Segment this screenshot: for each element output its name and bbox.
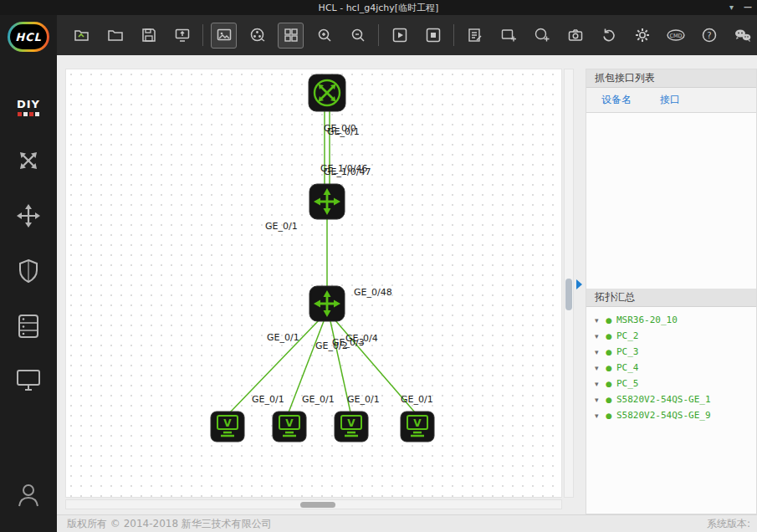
capture-list-body[interactable] [586,113,756,289]
wechat-button[interactable] [729,23,755,49]
hcl-logo: HCL [8,22,49,52]
port-label: GE_1/0/47 [324,166,371,177]
device-switch-s5820-9[interactable] [309,285,345,325]
sidebar-item-switch[interactable] [0,197,57,234]
add-circle-icon [533,26,551,44]
pc-icon: V [334,411,369,442]
tree-collapse-icon[interactable]: ▾ [595,380,606,388]
topology-summary-header: 拓扑汇总 [586,289,756,307]
pc-glyph: V [413,417,422,429]
router-x-icon [16,148,41,173]
sidebar-item-diy[interactable]: DIY [0,89,57,125]
image-view-button[interactable] [211,23,237,49]
cli-button[interactable]: CMD [662,23,688,49]
toolbar-separator [202,24,203,46]
sidebar-item-security[interactable] [0,253,57,289]
horizontal-scrollbar[interactable] [65,499,562,509]
help-button[interactable]: ? [696,23,722,49]
horizontal-scroll-thumb[interactable] [300,502,335,508]
device-pc-4[interactable]: V [334,411,369,445]
sidebar-item-terminal[interactable] [0,361,57,398]
tree-collapse-icon[interactable]: ▾ [595,316,606,325]
monitor-icon [16,369,41,391]
open-folder-button[interactable] [102,23,128,49]
grid-view-button[interactable] [278,23,304,49]
packet-reel-button[interactable] [244,23,270,49]
tree-collapse-icon[interactable]: ▾ [595,412,606,420]
minimize-icon[interactable]: — [744,0,752,15]
window-controls: ▾ — [729,0,752,15]
tree-item-label: MSR36-20_10 [616,315,678,325]
open-project-icon [73,26,91,44]
pc-icon: V [210,411,245,442]
port-label: GE_0/1 [302,394,335,405]
add-note-button[interactable] [495,23,521,49]
device-list-button[interactable] [462,23,488,49]
tree-item-pc-5[interactable]: ▾ ● PC_5 [586,376,756,391]
switch-icon [309,285,345,322]
collapse-toolbar-icon[interactable]: ▾ [729,0,734,15]
tree-collapse-icon[interactable]: ▾ [595,348,606,356]
tree-item-s5820-9[interactable]: ▾ ● S5820V2-54QS-GE_9 [586,407,756,423]
zoom-in-icon [315,26,334,44]
sidebar-item-user[interactable] [0,477,57,514]
tree-collapse-icon[interactable]: ▾ [595,396,606,404]
panel-collapse-handle[interactable] [576,279,582,289]
play-icon [391,26,409,44]
tree-item-pc-3[interactable]: ▾ ● PC_3 [586,344,756,360]
topology-summary-tree: ▾ ● MSR36-20_10 ▾ ● PC_2 ▾ ● PC_3 ▾ ● PC… [586,307,756,514]
toolbar-separator [453,24,454,46]
save-icon [140,26,158,44]
toolbar-separator [378,24,379,46]
gear-icon [633,26,652,44]
add-oval-button[interactable] [529,23,555,49]
diy-icon: DIY [17,98,40,110]
topology-canvas[interactable]: V V V V [65,69,562,498]
save-button[interactable] [136,23,161,49]
device-router-msr36-20[interactable] [308,74,346,115]
pc-icon: V [272,411,307,442]
device-pc-2[interactable]: V [210,411,245,445]
export-button[interactable] [169,23,195,49]
server-icon [18,314,39,339]
tree-item-label: PC_3 [616,346,639,357]
tree-collapse-icon[interactable]: ▾ [595,364,606,372]
port-label: GE_0/4 [345,333,378,344]
capture-list-header: 抓包接口列表 [586,69,756,88]
column-device-name[interactable]: 设备名 [586,93,660,107]
stop-all-button[interactable] [420,23,446,49]
device-status-dot: ● [606,396,616,404]
zoom-in-button[interactable] [311,23,337,49]
column-interface[interactable]: 接口 [660,93,680,107]
device-status-dot: ● [606,412,616,420]
sidebar-item-topology[interactable] [0,142,57,179]
tree-item-s5820-1[interactable]: ▾ ● S5820V2-54QS-GE_1 [586,391,756,407]
main-toolbar: CMD ? [57,15,757,55]
tree-collapse-icon[interactable]: ▾ [595,332,606,340]
tree-item-msr36-20-10[interactable]: ▾ ● MSR36-20_10 [586,312,756,328]
device-status-dot: ● [606,380,616,388]
zoom-out-button[interactable] [345,23,371,49]
grid-icon [282,26,300,44]
tree-item-pc-2[interactable]: ▾ ● PC_2 [586,328,756,344]
topology-links [66,69,562,498]
device-switch-s5820-1[interactable] [309,183,345,223]
tree-item-pc-4[interactable]: ▾ ● PC_4 [586,360,756,376]
snapshot-button[interactable] [562,23,588,49]
device-pc-3[interactable]: V [272,411,307,445]
open-project-button[interactable] [69,23,95,49]
device-sidebar: HCL DIY [0,15,57,532]
device-pc-5[interactable]: V [400,411,435,445]
start-all-button[interactable] [386,23,412,49]
reset-button[interactable] [596,23,621,49]
device-status-dot: ● [606,364,616,372]
vertical-scrollbar[interactable] [564,69,574,498]
vertical-scroll-thumb[interactable] [565,279,572,310]
device-status-dot: ● [606,348,616,356]
wechat-icon [733,26,753,44]
settings-button[interactable] [629,23,655,49]
sidebar-item-server[interactable] [0,308,57,345]
camera-icon [566,26,585,44]
title-bar: HCL - hcl_g4jchy[临时工程] ▾ — [0,0,757,15]
tree-item-label: PC_4 [616,362,639,373]
